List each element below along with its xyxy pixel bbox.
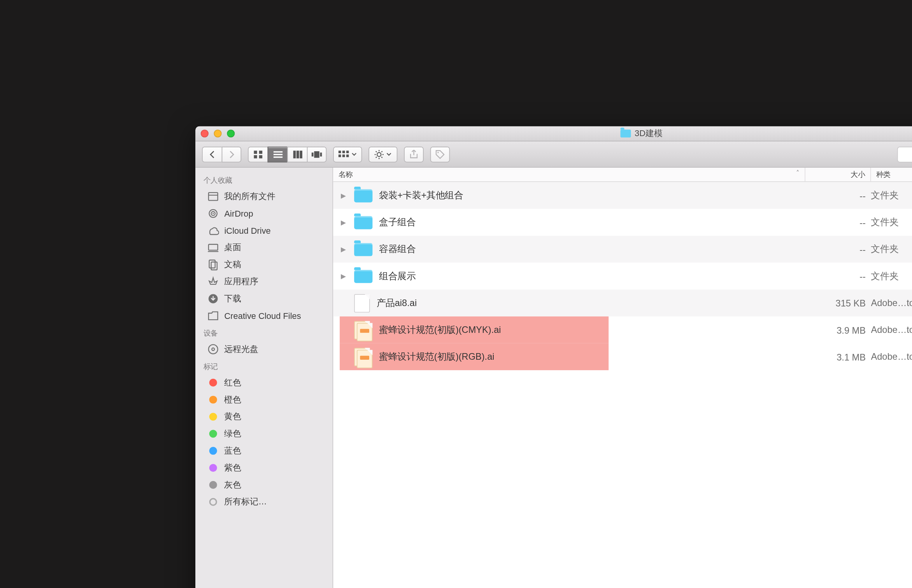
- sidebar-item-label: 所有标记…: [224, 496, 267, 508]
- folder-icon: [354, 215, 372, 229]
- svg-rect-2: [253, 155, 256, 158]
- sidebar-item-icon: [207, 310, 219, 321]
- file-size: 315 KB: [805, 298, 871, 308]
- column-headers: 名称 ˄ 大小 种类: [333, 168, 912, 182]
- svg-rect-4: [273, 151, 282, 152]
- tags-button[interactable]: [430, 146, 450, 162]
- sidebar-item-label: 灰色: [224, 479, 241, 490]
- search-field[interactable]: 搜索: [897, 146, 912, 162]
- svg-rect-12: [320, 152, 322, 156]
- sidebar-heading-tags: 标记: [195, 357, 332, 374]
- disclosure-triangle-icon[interactable]: ▶: [341, 272, 347, 280]
- file-kind: 文件夹: [871, 270, 912, 282]
- back-button[interactable]: [202, 146, 222, 162]
- sidebar-item-label: iCloud Drive: [224, 226, 270, 235]
- svg-rect-38: [209, 260, 215, 268]
- sidebar-item-icon: [207, 293, 219, 304]
- sidebar-item[interactable]: iCloud Drive: [195, 222, 332, 239]
- tag-dot-icon: [209, 378, 217, 386]
- file-row[interactable]: ▶袋装+卡装+其他组合--文件夹: [333, 182, 912, 209]
- chevron-down-icon: [351, 152, 356, 156]
- close-button[interactable]: [201, 130, 209, 137]
- column-header-name[interactable]: 名称 ˄: [333, 168, 805, 181]
- share-icon: [410, 149, 417, 159]
- svg-rect-16: [338, 154, 341, 157]
- sidebar-item-label: 紫色: [224, 462, 241, 473]
- column-header-size[interactable]: 大小: [805, 168, 871, 181]
- sidebar-tag-item[interactable]: 蓝色: [195, 442, 332, 459]
- column-header-kind[interactable]: 种类: [871, 168, 912, 181]
- sidebar-tag-item[interactable]: 所有标记…: [195, 493, 332, 510]
- sidebar-item[interactable]: 远程光盘: [195, 341, 332, 358]
- file-icon: [354, 294, 370, 312]
- file-name: 组合展示: [379, 270, 416, 282]
- sidebar-item[interactable]: AirDrop: [195, 205, 332, 222]
- file-row[interactable]: 蜜蜂设计规范(初版)(RGB).ai3.1 MBAdobe…tor 文件: [333, 343, 912, 370]
- sort-indicator-icon: ˄: [796, 170, 799, 177]
- sidebar-item-label: 橙色: [224, 394, 241, 405]
- disc-icon: [207, 343, 219, 355]
- action-button[interactable]: [368, 146, 397, 162]
- tag-dot-icon: [209, 396, 217, 403]
- file-row[interactable]: ▶盒子组合--文件夹: [333, 209, 912, 236]
- folder-icon: [354, 270, 372, 283]
- icon-view-button[interactable]: [248, 146, 268, 162]
- svg-rect-0: [253, 150, 256, 153]
- sidebar-item-label: 黄色: [224, 411, 241, 422]
- sidebar-item-icon: [207, 242, 219, 253]
- sidebar-item-label: 应用程序: [224, 276, 258, 287]
- sidebar-item[interactable]: 下载: [195, 290, 332, 307]
- sidebar-item[interactable]: Creative Cloud Files: [195, 307, 332, 324]
- sidebar-tag-item[interactable]: 紫色: [195, 459, 332, 476]
- svg-rect-3: [259, 155, 262, 158]
- sidebar-item[interactable]: 我的所有文件: [195, 188, 332, 205]
- svg-line-25: [381, 156, 382, 157]
- arrange-button[interactable]: [333, 146, 362, 162]
- file-row[interactable]: 产品ai8.ai315 KBAdobe…tor 文件: [333, 289, 912, 316]
- sidebar-tag-item[interactable]: 红色: [195, 374, 332, 391]
- sidebar-item[interactable]: 文稿: [195, 256, 332, 273]
- disclosure-triangle-icon[interactable]: ▶: [341, 245, 347, 253]
- tag-dot-icon: [209, 447, 217, 455]
- chevron-down-icon: [386, 152, 391, 156]
- coverflow-view-button[interactable]: [307, 146, 327, 162]
- list-view-button[interactable]: [268, 146, 288, 162]
- svg-rect-10: [312, 152, 314, 156]
- column-view-button[interactable]: [287, 146, 307, 162]
- file-size: 3.1 MB: [805, 351, 871, 362]
- file-name: 袋装+卡装+其他组合: [379, 189, 463, 201]
- sidebar-tag-item[interactable]: 橙色: [195, 391, 332, 408]
- file-row[interactable]: 蜜蜂设计规范(初版)(CMYK).ai3.9 MBAdobe…tor 文件: [333, 316, 912, 343]
- disclosure-triangle-icon[interactable]: ▶: [341, 219, 347, 226]
- gear-icon: [374, 149, 384, 159]
- file-name: 蜜蜂设计规范(初版)(RGB).ai: [379, 351, 494, 362]
- minimize-button[interactable]: [214, 130, 221, 137]
- sidebar-tag-item[interactable]: 灰色: [195, 476, 332, 493]
- sidebar-item-icon: [207, 259, 219, 270]
- sidebar-item[interactable]: 桌面: [195, 239, 332, 256]
- svg-rect-31: [209, 192, 218, 200]
- forward-button[interactable]: [222, 146, 242, 162]
- sidebar-tag-item[interactable]: 黄色: [195, 408, 332, 425]
- sidebar-item-label: 我的所有文件: [224, 191, 275, 202]
- svg-point-35: [212, 213, 214, 214]
- share-button[interactable]: [404, 146, 424, 162]
- svg-rect-6: [273, 156, 282, 157]
- folder-icon: [354, 243, 372, 256]
- file-row[interactable]: ▶容器组合--文件夹: [333, 236, 912, 262]
- svg-rect-39: [211, 262, 217, 270]
- disclosure-triangle-icon[interactable]: ▶: [341, 192, 347, 199]
- titlebar: 3D建模: [195, 126, 912, 141]
- svg-point-19: [377, 152, 381, 156]
- file-name: 盒子组合: [379, 216, 416, 228]
- sidebar-item-label: 绿色: [224, 428, 241, 439]
- file-list: 名称 ˄ 大小 种类 ▶袋装+卡装+其他组合--文件夹▶盒子组合--文件夹▶容器…: [333, 168, 912, 588]
- zoom-button[interactable]: [227, 130, 235, 137]
- ai-file-icon: [354, 320, 372, 339]
- sidebar-tag-item[interactable]: 绿色: [195, 425, 332, 442]
- sidebar-item[interactable]: 应用程序: [195, 273, 332, 290]
- svg-rect-11: [314, 151, 319, 158]
- file-row[interactable]: ▶组合展示--文件夹: [333, 262, 912, 289]
- file-name: 蜜蜂设计规范(初版)(CMYK).ai: [379, 324, 501, 336]
- sidebar-item-label: 远程光盘: [224, 343, 258, 355]
